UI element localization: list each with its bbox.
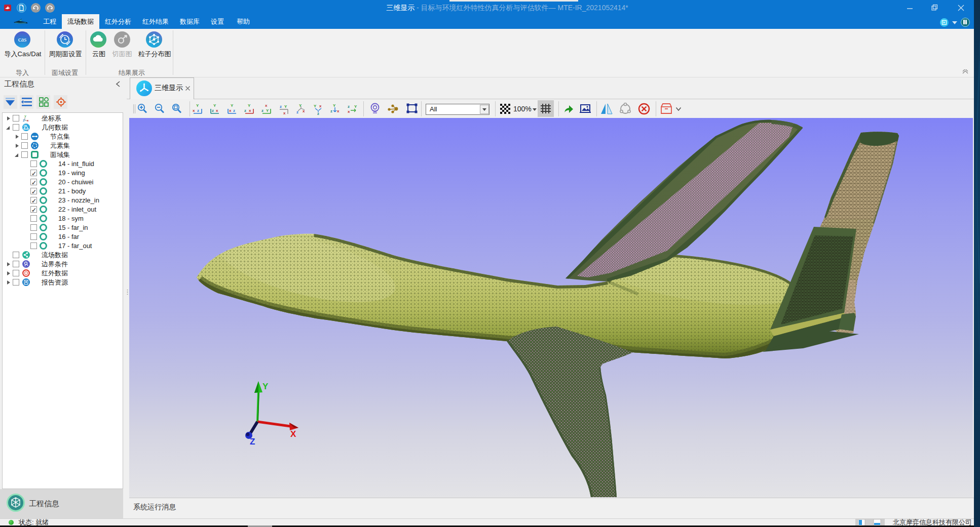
svg-text:x: x (283, 111, 286, 115)
svg-text:x: x (193, 108, 195, 113)
svg-text:x: x (348, 109, 350, 114)
svg-text:z: z (317, 111, 319, 115)
svg-text:z: z (212, 108, 214, 113)
svg-text:Y: Y (196, 103, 199, 108)
svg-text:z: z (348, 104, 350, 109)
svg-text:x: x (265, 103, 268, 108)
svg-text:Y: Y (314, 104, 317, 108)
svg-text:z: z (233, 108, 235, 113)
svg-text:Y: Y (248, 103, 251, 108)
svg-text:z: z (197, 108, 199, 113)
svg-text:z: z (296, 110, 298, 114)
svg-text:x: x (216, 108, 218, 113)
svg-text:Y: Y (354, 104, 357, 109)
svg-text:x: x (303, 109, 305, 113)
svg-text:z: z (330, 109, 332, 113)
svg-text:x: x (337, 109, 340, 113)
svg-text:Y: Y (299, 103, 302, 108)
svg-text:x: x (249, 108, 251, 113)
svg-text:x: x (229, 108, 232, 113)
svg-text:Y: Y (333, 103, 336, 108)
svg-text:Y: Y (284, 104, 287, 109)
svg-text:Z: Z (23, 119, 25, 122)
svg-text:Y: Y (213, 103, 216, 108)
svg-text:x: x (319, 104, 322, 108)
svg-text:Y: Y (262, 382, 269, 391)
svg-text:Y: Y (231, 103, 234, 108)
svg-text:z: z (261, 108, 263, 113)
svg-text:x: x (27, 119, 29, 122)
svg-text:z: z (244, 108, 246, 113)
svg-text:Z: Z (250, 437, 255, 447)
svg-text:X: X (290, 429, 296, 439)
svg-text:Y: Y (266, 108, 269, 113)
svg-text:z: z (280, 104, 282, 109)
